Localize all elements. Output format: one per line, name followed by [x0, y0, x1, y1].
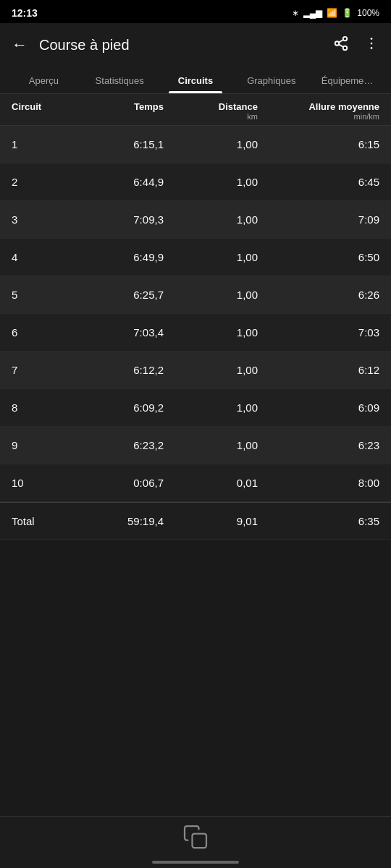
cell-allure: 6:15: [258, 138, 379, 150]
share-button[interactable]: [333, 35, 349, 55]
svg-point-7: [371, 47, 373, 49]
cell-circuit: 7: [12, 364, 70, 376]
cell-circuit: 1: [12, 138, 70, 150]
cell-allure: 6:45: [258, 176, 379, 188]
cell-temps: 7:03,4: [70, 326, 164, 339]
top-bar-left: ← Course à pied: [12, 35, 130, 54]
svg-line-3: [339, 44, 343, 47]
cell-circuit: 8: [12, 401, 70, 414]
tab-graphiques[interactable]: Graphiques: [233, 67, 309, 93]
status-time: 12:13: [12, 7, 38, 19]
battery-icon: 🔋: [342, 8, 353, 18]
cell-temps: 0:06,7: [70, 477, 164, 489]
cell-distance: 1,00: [164, 289, 258, 301]
circuits-table: Circuit Temps Distance km Allure moyenne…: [0, 94, 391, 540]
col-header-distance: Distance km: [164, 101, 258, 121]
col-header-circuit: Circuit: [12, 101, 70, 121]
table-row: 8 6:09,2 1,00 6:09: [0, 389, 391, 427]
cell-circuit: 4: [12, 251, 70, 263]
svg-line-4: [339, 39, 343, 42]
cell-temps: 6:25,7: [70, 289, 164, 301]
page-title: Course à pied: [39, 37, 130, 54]
cell-distance: 1,00: [164, 401, 258, 414]
tab-statistiques[interactable]: Statistiques: [82, 67, 158, 93]
top-bar: ← Course à pied: [0, 23, 391, 67]
table-row: 10 0:06,7 0,01 8:00: [0, 464, 391, 502]
cell-allure: 7:09: [258, 213, 379, 226]
home-indicator: [152, 861, 239, 864]
col-header-allure: Allure moyenne min/km: [258, 101, 379, 121]
top-bar-right: [333, 35, 379, 55]
tab-apercu[interactable]: Aperçu: [6, 67, 82, 93]
total-allure: 6:35: [258, 515, 379, 527]
tab-equipement[interactable]: Équipeme…: [309, 67, 385, 93]
cell-circuit: 9: [12, 439, 70, 451]
more-options-button[interactable]: [363, 35, 379, 55]
cell-temps: 6:09,2: [70, 401, 164, 414]
status-icons: ∗ ▂▄▆ 📶 🔋 100%: [292, 8, 379, 18]
total-temps: 59:19,4: [70, 515, 164, 527]
table-total-row: Total 59:19,4 9,01 6:35: [0, 502, 391, 540]
cell-circuit: 2: [12, 176, 70, 188]
cell-allure: 7:03: [258, 326, 379, 339]
cell-circuit: 5: [12, 289, 70, 301]
total-label: Total: [12, 515, 70, 527]
cell-distance: 1,00: [164, 251, 258, 263]
table-row: 4 6:49,9 1,00 6:50: [0, 239, 391, 276]
table-row: 2 6:44,9 1,00 6:45: [0, 163, 391, 201]
cell-distance: 1,00: [164, 176, 258, 188]
total-distance: 9,01: [164, 515, 258, 527]
tab-circuits[interactable]: Circuits: [158, 67, 234, 93]
cell-allure: 6:50: [258, 251, 379, 263]
cell-circuit: 6: [12, 326, 70, 339]
bluetooth-icon: ∗: [292, 8, 299, 18]
table-row: 3 7:09,3 1,00 7:09: [0, 201, 391, 239]
table-header: Circuit Temps Distance km Allure moyenne…: [0, 94, 391, 126]
table-row: 9 6:23,2 1,00 6:23: [0, 427, 391, 464]
cell-temps: 6:44,9: [70, 176, 164, 188]
cell-temps: 6:23,2: [70, 439, 164, 451]
status-bar: 12:13 ∗ ▂▄▆ 📶 🔋 100%: [0, 0, 391, 23]
cell-circuit: 10: [12, 477, 70, 489]
svg-point-5: [371, 38, 373, 40]
signal-icon: ▂▄▆: [303, 8, 323, 18]
cell-distance: 1,00: [164, 213, 258, 226]
cell-allure: 6:26: [258, 289, 379, 301]
svg-point-6: [371, 42, 373, 44]
cell-temps: 6:49,9: [70, 251, 164, 263]
cell-temps: 7:09,3: [70, 213, 164, 226]
svg-rect-8: [193, 834, 207, 848]
battery-percent: 100%: [357, 8, 379, 18]
cell-allure: 6:12: [258, 364, 379, 376]
cell-distance: 1,00: [164, 439, 258, 451]
cell-temps: 6:15,1: [70, 138, 164, 150]
cell-distance: 1,00: [164, 138, 258, 150]
cell-temps: 6:12,2: [70, 364, 164, 376]
table-row: 5 6:25,7 1,00 6:26: [0, 276, 391, 314]
cell-allure: 6:09: [258, 401, 379, 414]
wifi-icon: 📶: [327, 8, 337, 18]
cell-allure: 8:00: [258, 477, 379, 489]
cell-allure: 6:23: [258, 439, 379, 451]
copy-icon: [182, 824, 209, 855]
table-row: 1 6:15,1 1,00 6:15: [0, 126, 391, 163]
col-header-temps: Temps: [70, 101, 164, 121]
table-body: 1 6:15,1 1,00 6:15 2 6:44,9 1,00 6:45 3 …: [0, 126, 391, 502]
table-row: 7 6:12,2 1,00 6:12: [0, 352, 391, 389]
back-button[interactable]: ←: [12, 35, 28, 54]
tabs-bar: Aperçu Statistiques Circuits Graphiques …: [0, 67, 391, 94]
table-row: 6 7:03,4 1,00 7:03: [0, 314, 391, 352]
cell-distance: 0,01: [164, 477, 258, 489]
cell-distance: 1,00: [164, 326, 258, 339]
cell-distance: 1,00: [164, 364, 258, 376]
cell-circuit: 3: [12, 213, 70, 226]
